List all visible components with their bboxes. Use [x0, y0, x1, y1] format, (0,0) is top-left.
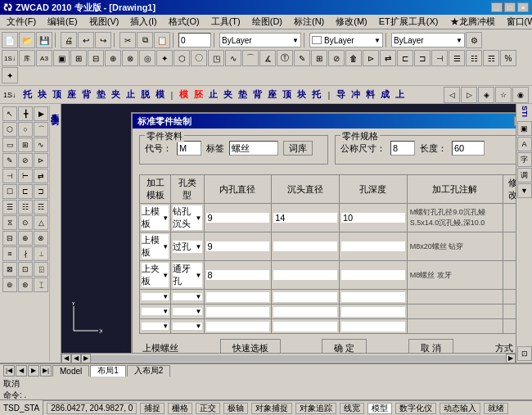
tb2-btn15[interactable]: ⌒ [242, 50, 259, 66]
osnap-btn[interactable]: 对象捕捉 [251, 403, 292, 414]
rs-btn-4[interactable]: 调 [517, 168, 532, 183]
template-dropdown-1[interactable]: 上模板 ▼ [142, 205, 169, 230]
quick-select-button[interactable]: 快速选板 [220, 339, 281, 353]
cut-btn[interactable]: ✂ [119, 32, 136, 48]
depth-input-2[interactable] [341, 241, 405, 251]
layer-dropdown[interactable]: ByLayer ▼ [219, 33, 301, 47]
dynin-btn[interactable]: 动态输入 [440, 403, 480, 414]
tb2-btn2[interactable]: 库 [19, 50, 35, 66]
copy-btn[interactable]: ⧉ [137, 32, 153, 48]
row3-holetype[interactable]: 通牙孔 ▼ [171, 261, 204, 290]
menu-format[interactable]: 格式(O) [164, 15, 205, 29]
depth-input-4[interactable] [341, 292, 405, 302]
row4-countersink[interactable] [272, 290, 340, 304]
row6-template[interactable]: ▼ [140, 319, 171, 334]
tb2-btn27[interactable]: ☰ [449, 50, 465, 66]
otrack-btn[interactable]: 对象追踪 [295, 403, 336, 414]
menu-draw[interactable]: 绘图(D) [247, 15, 287, 29]
holetype-dropdown-6[interactable]: ▼ [173, 323, 201, 330]
tb2-btn25[interactable]: ⊐ [414, 50, 431, 66]
tab-nav-last[interactable]: ▶| [40, 365, 52, 377]
tb2-btn30[interactable]: % [500, 50, 516, 66]
ch-btn-25[interactable]: 上 [393, 88, 407, 101]
open-btn[interactable]: 📂 [19, 32, 35, 48]
rs-btn-2[interactable]: A [517, 137, 532, 151]
tb2-btn24[interactable]: ⊏ [397, 50, 413, 66]
tb2-btn8[interactable]: ⊗ [122, 50, 138, 66]
row6-depth[interactable] [339, 319, 407, 334]
dict-button[interactable]: 词库 [283, 141, 313, 156]
cancel-button[interactable]: 取 消 [408, 339, 453, 353]
menu-window[interactable]: 窗口(W) [502, 15, 532, 29]
row6-holetype[interactable]: ▼ [171, 319, 204, 334]
side-btn-6[interactable]: ⌒ [34, 122, 48, 137]
side-btn-22[interactable]: ⧖ [2, 215, 17, 230]
side-btn-31[interactable]: ⊠ [2, 262, 17, 277]
row6-inner[interactable] [204, 319, 272, 334]
holetype-dropdown-1[interactable]: 钻孔沉头 ▼ [173, 205, 201, 230]
row1-modify[interactable] [503, 204, 516, 232]
ch-btn-10[interactable]: 模 [153, 88, 167, 101]
h-scroll-left[interactable]: ◀ [61, 354, 71, 363]
tb2-btn7[interactable]: ⊕ [105, 50, 121, 66]
countersink-input-1[interactable] [273, 213, 337, 223]
tb2-btn16[interactable]: ∡ [259, 50, 276, 66]
row2-modify[interactable] [503, 232, 516, 261]
countersink-input-5[interactable] [273, 307, 337, 317]
tb2-btn18[interactable]: ✎ [294, 50, 310, 66]
inner-input-5[interactable] [206, 307, 270, 317]
row5-holetype[interactable]: ▼ [171, 304, 204, 319]
tb2-btn4[interactable]: ▣ [53, 50, 70, 66]
holetype-dropdown-4[interactable]: ▼ [173, 293, 201, 300]
redo-btn[interactable]: ↪ [95, 32, 111, 48]
side-btn-2[interactable]: ╋ [18, 106, 33, 121]
ch-btn-9[interactable]: 脱 [138, 88, 152, 101]
tb2-btn6[interactable]: ⊟ [88, 50, 104, 66]
side-btn-12[interactable]: ⊳ [34, 153, 48, 168]
row1-template[interactable]: 上模板 ▼ [140, 204, 171, 232]
countersink-input-2[interactable] [273, 241, 337, 251]
template-dropdown-6[interactable]: ▼ [142, 323, 169, 330]
side-btn-16[interactable]: ☐ [2, 184, 17, 199]
side-btn-25[interactable]: ⊟ [2, 231, 17, 246]
side-btn-5[interactable]: ○ [18, 122, 33, 137]
row1-countersink[interactable] [272, 204, 340, 232]
side-btn-4[interactable]: ⬡ [2, 122, 17, 137]
side-btn-9[interactable]: ∿ [34, 138, 48, 152]
side-btn-8[interactable]: ⊞ [18, 138, 33, 152]
tag-input[interactable] [229, 141, 278, 156]
row1-holetype[interactable]: 钻孔沉头 ▼ [171, 204, 204, 232]
print-btn[interactable]: 🖨 [61, 32, 77, 48]
side-btn-30[interactable]: ⟂ [34, 246, 48, 261]
canvas-area[interactable]: X Y 标准零件绘制 × [61, 104, 516, 353]
row3-countersink[interactable] [272, 261, 340, 290]
ch-small-icon1[interactable]: ◁ [444, 87, 460, 103]
side-btn-3[interactable]: ▶ [34, 106, 48, 121]
undo-btn[interactable]: ↩ [78, 32, 94, 48]
rs-btn-3[interactable]: 字 [517, 152, 532, 167]
h-scroll-prev[interactable]: ◀ [71, 354, 81, 363]
depth-input-1[interactable] [341, 213, 405, 223]
ch-small-icon3[interactable]: ◈ [478, 87, 494, 103]
side-btn-10[interactable]: ✎ [2, 153, 17, 168]
dialog-close-button[interactable]: × [514, 116, 516, 126]
tb2-btn22[interactable]: ⊳ [363, 50, 379, 66]
row5-countersink[interactable] [272, 304, 340, 319]
ch-small-icon2[interactable]: ▷ [461, 87, 477, 103]
ok-button[interactable]: 确 定 [322, 339, 367, 353]
row2-template[interactable]: 上模板 ▼ [140, 232, 171, 261]
inner-input-1[interactable] [206, 213, 270, 223]
row5-modify[interactable] [503, 304, 516, 319]
side-btn-19[interactable]: ☰ [2, 200, 17, 214]
side-btn-28[interactable]: ≡ [2, 246, 17, 261]
ch-btn-8[interactable]: 止 [124, 88, 138, 101]
tb2-btn28[interactable]: ☷ [466, 50, 482, 66]
tb2-btn17[interactable]: Ⓣ [277, 50, 293, 66]
inner-input-3[interactable] [206, 270, 270, 280]
side-btn-18[interactable]: ⊐ [34, 184, 48, 199]
close-button[interactable]: × [517, 2, 529, 12]
ch-btn-24[interactable]: 成 [378, 88, 392, 101]
inner-input-6[interactable] [206, 322, 270, 332]
row3-modify[interactable] [503, 261, 516, 290]
maximize-button[interactable]: □ [504, 2, 516, 12]
